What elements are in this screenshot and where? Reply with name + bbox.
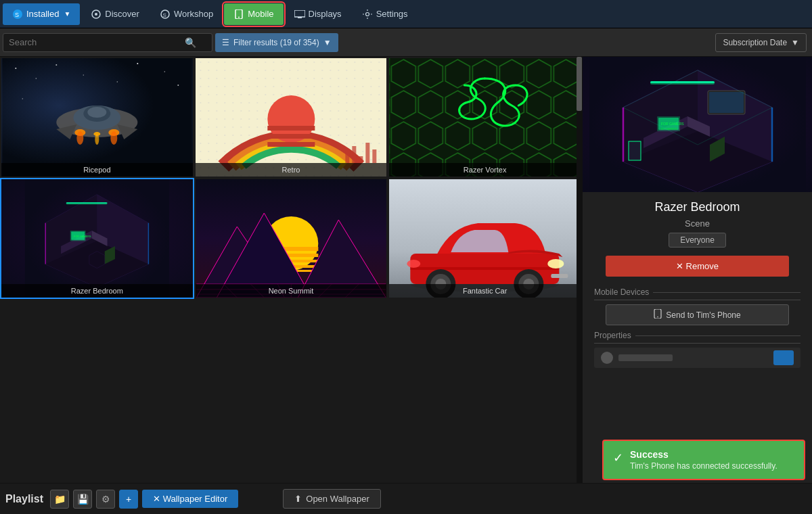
wallpaper-detail-type: Scene (679, 217, 715, 230)
svg-point-34 (76, 131, 83, 145)
svg-text:S: S (162, 12, 166, 18)
svg-rect-45 (352, 146, 356, 163)
displays-icon (294, 9, 305, 20)
svg-rect-64 (66, 202, 108, 204)
svg-rect-41 (267, 126, 315, 131)
wallpaper-grid-area: Ricepod (0, 57, 582, 483)
toast-title: Success (630, 449, 777, 460)
wallpaper-grid: Ricepod (0, 57, 582, 299)
config-icon: ⚙ (102, 494, 110, 505)
folder-icon: 📁 (54, 494, 66, 505)
playlist-folder-btn[interactable]: 📁 (50, 490, 69, 509)
send-to-phone-button[interactable]: Send to Tim's Phone (606, 304, 789, 325)
svg-point-19 (83, 74, 85, 76)
wallpaper-item-retro[interactable]: Retro (194, 57, 388, 178)
svg-rect-113 (629, 141, 641, 160)
playlist-add-btn[interactable]: + (119, 490, 138, 509)
wallpaper-detail-title: Razer Bedroom (649, 192, 745, 217)
playlist-config-btn[interactable]: ⚙ (96, 490, 115, 509)
svg-rect-51 (390, 58, 580, 177)
svg-point-17 (36, 78, 37, 79)
razer-bedroom-label: Razer Bedroom (1, 284, 193, 298)
workshop-btn[interactable]: S Workshop (150, 3, 223, 25)
svg-point-30 (87, 107, 106, 118)
wallpaper-tag: Everyone (669, 233, 726, 248)
wallpaper-item-razer-bedroom[interactable]: FOR GAMERS Razer Bedroom (0, 178, 194, 299)
svg-rect-46 (359, 156, 363, 163)
retro-label: Retro (196, 163, 387, 177)
displays-btn[interactable]: Displays (285, 3, 351, 25)
open-wallpaper-button[interactable]: ⬆ Open Wallpaper (283, 489, 380, 509)
toast-check-icon: ✓ (613, 450, 623, 465)
properties-section: Properties (594, 331, 800, 344)
svg-point-98 (548, 259, 564, 268)
steam-logo-icon: S (12, 9, 23, 20)
svg-point-3 (95, 13, 97, 16)
svg-rect-9 (298, 17, 302, 18)
installed-btn[interactable]: S Installed ▼ (3, 3, 80, 25)
svg-rect-47 (365, 143, 369, 163)
svg-rect-115 (650, 81, 715, 83)
svg-text:FOR GAMERS: FOR GAMERS (661, 122, 684, 126)
wallpaper-item-ricepod[interactable]: Ricepod (0, 57, 194, 178)
workshop-icon: S (160, 9, 171, 20)
discover-icon (91, 9, 102, 20)
svg-point-20 (137, 63, 138, 64)
svg-rect-117 (709, 92, 744, 113)
filter-bar: 🔍 ☰ Filter results (19 of 354) ▼ Subscri… (0, 28, 812, 57)
fantastic-car-label: Fantastic Car (389, 284, 581, 298)
svg-rect-42 (267, 134, 315, 139)
svg-rect-43 (267, 142, 315, 147)
property-value[interactable] (773, 350, 794, 365)
settings-btn[interactable]: Settings (353, 3, 418, 25)
mobile-btn[interactable]: Mobile (224, 3, 283, 25)
toast-content: Success Tim's Phone has connected succes… (630, 449, 777, 471)
svg-point-122 (658, 317, 659, 318)
scrollbar[interactable] (577, 57, 582, 483)
properties-row (594, 348, 800, 368)
success-toast: ✓ Success Tim's Phone has connected succ… (602, 440, 805, 480)
toast-message: Tim's Phone has connected successfully. (630, 461, 777, 471)
property-label (618, 354, 673, 361)
svg-text:S: S (15, 11, 19, 18)
razer-vortex-label: Razer Vortex (389, 163, 581, 177)
svg-point-21 (164, 71, 166, 72)
filter-dropdown-arrow: ▼ (323, 38, 332, 47)
wallpaper-item-neon-summit[interactable]: Neon Summit (194, 178, 388, 299)
filter-button[interactable]: ☰ Filter results (19 of 354) ▼ (215, 33, 338, 52)
add-icon: + (126, 494, 131, 505)
property-icon (601, 352, 613, 364)
phone-icon (654, 309, 662, 321)
installed-dropdown-arrow: ▼ (64, 10, 70, 18)
remove-button[interactable]: ✕ Remove (606, 256, 789, 277)
preview-image: FOR GAMERS BY GAMERS (583, 57, 812, 192)
save-icon: 💾 (77, 494, 89, 505)
wallpaper-item-fantastic-car[interactable]: Fantastic Car (388, 178, 582, 299)
svg-point-35 (110, 131, 117, 145)
wallpaper-item-razer-vortex[interactable]: Razer Vortex (388, 57, 582, 178)
ricepod-label: Ricepod (1, 163, 193, 177)
svg-rect-91 (411, 267, 560, 270)
upload-icon: ⬆ (294, 494, 302, 504)
svg-rect-100 (551, 274, 568, 278)
neon-summit-label: Neon Summit (196, 284, 387, 298)
main-layout: Ricepod (0, 57, 812, 483)
playlist-label: Playlist (5, 493, 43, 505)
search-icon: 🔍 (185, 37, 196, 48)
scroll-thumb[interactable] (577, 57, 582, 111)
svg-point-23 (22, 98, 24, 99)
filter-icon: ☰ (222, 38, 229, 47)
sort-dropdown[interactable]: Subscription Date ▼ (715, 33, 807, 52)
svg-point-22 (177, 85, 179, 86)
playlist-save-btn[interactable]: 💾 (73, 490, 92, 509)
search-input[interactable] (9, 37, 185, 47)
svg-rect-44 (345, 153, 349, 163)
search-box[interactable]: 🔍 (3, 33, 212, 52)
bottom-bar: Playlist 📁 💾 ⚙ + ✕ Wallpaper Editor ⬆ Op… (0, 483, 812, 514)
wallpaper-editor-button[interactable]: ✕ Wallpaper Editor (142, 490, 238, 508)
discover-btn[interactable]: Discover (81, 3, 149, 25)
svg-point-24 (117, 81, 118, 83)
svg-point-10 (365, 12, 369, 16)
mobile-icon (233, 9, 244, 20)
svg-point-99 (407, 260, 421, 268)
